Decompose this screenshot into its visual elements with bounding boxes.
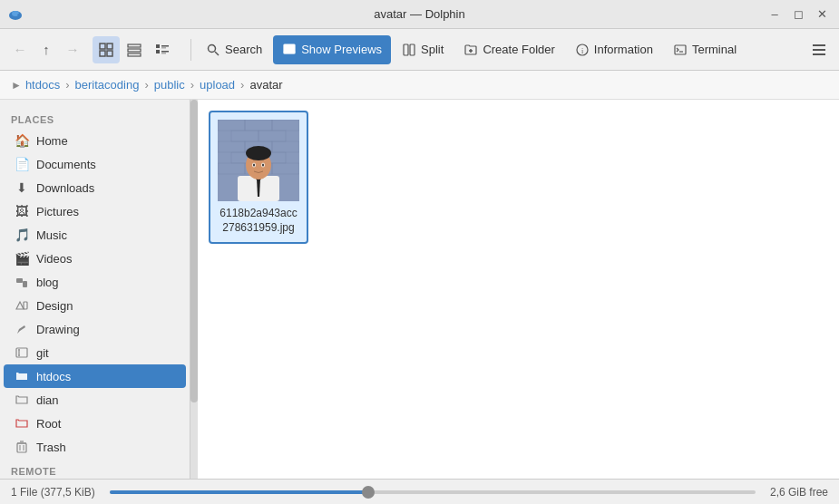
- view-detail-button[interactable]: [149, 36, 176, 63]
- information-button[interactable]: i Information: [566, 35, 662, 64]
- sidebar-item-drawing[interactable]: Drawing: [4, 317, 186, 341]
- back-button[interactable]: ←: [7, 37, 33, 63]
- sidebar-item-downloads[interactable]: ⬇ Downloads: [4, 176, 186, 199]
- breadcrumb-upload[interactable]: upload: [200, 78, 235, 92]
- file-thumbnail: [218, 120, 299, 201]
- sidebar: Places 🏠 Home 📄 Documents ⬇ Downloads 🖼 …: [0, 100, 190, 479]
- sidebar-item-home[interactable]: 🏠 Home: [4, 129, 186, 152]
- sidebar-home-label: Home: [36, 134, 68, 148]
- sidebar-scrollbar-thumb[interactable]: [190, 100, 198, 402]
- svg-rect-33: [23, 281, 27, 287]
- svg-point-67: [246, 146, 271, 160]
- hamburger-icon: [811, 42, 827, 58]
- trash-icon: [15, 440, 29, 454]
- file-area[interactable]: 6118b2a943acc278631959.jpg: [198, 100, 839, 479]
- svg-rect-6: [107, 51, 112, 56]
- show-previews-label: Show Previews: [301, 43, 382, 56]
- svg-rect-27: [675, 45, 686, 54]
- svg-rect-13: [156, 50, 160, 53]
- sidebar-item-documents[interactable]: 📄 Documents: [4, 152, 186, 176]
- close-button[interactable]: ✕: [812, 5, 832, 24]
- svg-point-38: [18, 354, 20, 356]
- sidebar-item-videos[interactable]: 🎬 Videos: [4, 247, 186, 270]
- svg-rect-34: [24, 302, 27, 309]
- sidebar-item-root[interactable]: Root: [4, 412, 186, 435]
- hamburger-menu-button[interactable]: [806, 37, 832, 63]
- show-previews-button[interactable]: Show Previews: [273, 35, 391, 64]
- blog-icon: [15, 275, 29, 289]
- slider-thumb[interactable]: [362, 486, 375, 499]
- separator-1: [190, 39, 191, 61]
- svg-point-37: [18, 349, 20, 351]
- svg-rect-10: [156, 44, 160, 48]
- svg-rect-19: [284, 52, 295, 53]
- preview-icon: [282, 43, 297, 57]
- sidebar-scrollbar[interactable]: [190, 100, 198, 479]
- breadcrumb-sep-2: ›: [144, 78, 148, 92]
- view-icons-button[interactable]: [93, 36, 120, 63]
- file-name: 6118b2a943acc278631959.jpg: [218, 207, 299, 235]
- zoom-slider[interactable]: [110, 490, 756, 494]
- create-folder-label: Create Folder: [483, 43, 554, 56]
- window-title: avatar — Dolphin: [374, 7, 464, 21]
- view-compact-button[interactable]: [121, 36, 148, 63]
- git-icon: [15, 345, 29, 360]
- sidebar-item-htdocs[interactable]: htdocs: [4, 364, 186, 388]
- breadcrumb-sep-3: ›: [190, 78, 194, 92]
- svg-point-70: [253, 164, 255, 167]
- terminal-label: Terminal: [692, 43, 737, 56]
- split-label: Split: [421, 43, 444, 56]
- sidebar-dian-label: dian: [36, 393, 59, 407]
- sidebar-root-label: Root: [36, 417, 61, 431]
- minimize-button[interactable]: –: [765, 5, 785, 24]
- forward-button[interactable]: →: [60, 37, 85, 63]
- breadcrumb-htdocs[interactable]: htdocs: [25, 78, 60, 92]
- sidebar-item-trash[interactable]: Trash: [4, 435, 186, 459]
- svg-rect-8: [128, 49, 141, 52]
- view-group: [93, 36, 176, 63]
- sidebar-item-dian[interactable]: dian: [4, 388, 186, 412]
- breadcrumb-beritacoding[interactable]: beritacoding: [75, 78, 140, 92]
- file-item[interactable]: 6118b2a943acc278631959.jpg: [209, 111, 308, 244]
- sidebar-videos-label: Videos: [36, 252, 73, 266]
- sidebar-item-music[interactable]: 🎵 Music: [4, 223, 186, 247]
- slider-fill: [110, 490, 368, 494]
- svg-rect-35: [16, 348, 27, 357]
- nav-group: ← ↑ →: [7, 37, 85, 63]
- documents-icon: 📄: [15, 157, 29, 171]
- sidebar-item-design[interactable]: Design: [4, 294, 186, 317]
- file-count: 1 File (377,5 KiB): [11, 486, 95, 499]
- breadcrumb-sep-1: ›: [65, 78, 69, 92]
- breadcrumb-public[interactable]: public: [154, 78, 185, 92]
- svg-rect-9: [128, 53, 141, 56]
- home-icon: 🏠: [15, 133, 29, 148]
- split-button[interactable]: Split: [393, 35, 453, 64]
- thumbnail-background: [218, 120, 299, 201]
- svg-rect-15: [161, 53, 166, 54]
- svg-rect-32: [16, 278, 23, 283]
- svg-rect-20: [286, 46, 289, 50]
- breadcrumb-chevron: ►: [11, 79, 22, 92]
- search-button[interactable]: Search: [197, 35, 271, 64]
- sidebar-design-label: Design: [36, 299, 73, 313]
- svg-rect-11: [161, 45, 169, 47]
- maximize-button[interactable]: ◻: [788, 5, 808, 24]
- sidebar-item-git[interactable]: git: [4, 341, 186, 364]
- places-section-label: Places: [0, 107, 190, 129]
- svg-rect-3: [100, 44, 105, 49]
- slider-track[interactable]: [110, 490, 756, 494]
- svg-rect-5: [100, 51, 105, 56]
- sidebar-blog-label: blog: [36, 276, 59, 289]
- main-area: Places 🏠 Home 📄 Documents ⬇ Downloads 🖼 …: [0, 100, 839, 479]
- terminal-button[interactable]: Terminal: [664, 35, 746, 64]
- titlebar-left: avatar — Dolphin: [7, 6, 24, 23]
- sidebar-item-pictures[interactable]: 🖼 Pictures: [4, 199, 186, 223]
- sidebar-htdocs-label: htdocs: [36, 370, 71, 383]
- sidebar-item-blog[interactable]: blog: [4, 270, 186, 294]
- create-folder-button[interactable]: Create Folder: [454, 35, 563, 64]
- grid-icon: [99, 43, 113, 57]
- toolbar: ← ↑ →: [0, 29, 839, 71]
- up-button[interactable]: ↑: [34, 37, 59, 63]
- titlebar-controls: – ◻ ✕: [765, 5, 832, 24]
- design-icon: [15, 298, 29, 313]
